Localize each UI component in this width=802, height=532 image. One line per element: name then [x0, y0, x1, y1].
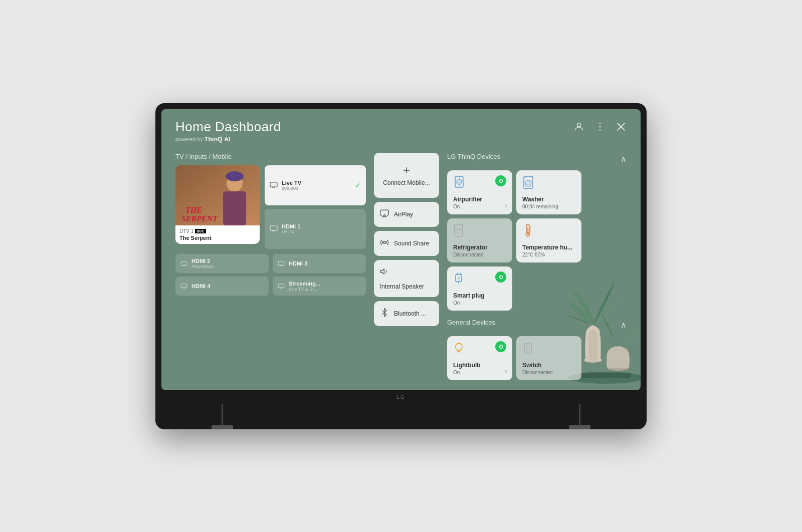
lightbulb-name: Lightbulb [453, 362, 506, 369]
streaming-icon [278, 282, 285, 290]
general-collapse-icon[interactable]: ∧ [621, 320, 627, 330]
thinq-collapse-icon[interactable]: ∧ [621, 154, 627, 164]
speaker-icon [380, 267, 389, 278]
hdmi3-icon [278, 259, 285, 268]
lightbulb-status: On [453, 370, 506, 375]
plug-status: On [453, 300, 506, 306]
streaming-text: Streaming... Live TV & St... [289, 281, 361, 292]
device-temp[interactable]: Temperature hu... 22°C 80% [516, 218, 581, 262]
svg-point-39 [527, 182, 530, 185]
airpurifier-power[interactable] [495, 175, 506, 186]
hdmi1-text: HDMI 1 U+ TV [282, 223, 361, 234]
airplay-card[interactable]: AirPlay [374, 202, 439, 227]
refrigerator-name: Refrigerator [453, 244, 506, 251]
lg-logo: LG [396, 394, 405, 400]
general-devices-grid: Lightbulb On › [447, 336, 627, 380]
switch-name: Switch [522, 362, 575, 369]
general-devices-section: General Devices ∧ [447, 319, 627, 380]
dashboard-title: Home Dashboard [175, 119, 281, 135]
active-checkmark: ✓ [355, 181, 361, 189]
plug-power[interactable] [495, 272, 506, 283]
input-streaming[interactable]: Streaming... Live TV & St... [273, 277, 366, 296]
temp-header [522, 223, 575, 240]
lightbulb-header [453, 341, 506, 358]
thinq-devices-section: LG ThinQ Devices ∧ [447, 153, 627, 311]
thinq-devices-grid: Airpurifier On › [447, 170, 627, 311]
svg-point-38 [525, 180, 531, 186]
device-airpurifier[interactable]: Airpurifier On › [447, 170, 512, 214]
hdmi4-label: HDMI 4 [191, 283, 264, 289]
hdmi1-label: HDMI 1 [282, 223, 361, 229]
airpurifier-arrow: › [505, 201, 507, 209]
device-lightbulb[interactable]: Lightbulb On › [447, 336, 512, 380]
live-tv-label: Live TV [282, 180, 351, 186]
svg-point-4 [577, 123, 580, 126]
input-hdmi1[interactable]: HDMI 1 U+ TV [265, 209, 366, 249]
powered-by-text: powered by ThinQ AI [175, 136, 281, 143]
lightbulb-icon [453, 341, 464, 358]
bluetooth-icon [380, 308, 389, 319]
plug-header [453, 272, 506, 288]
bbc-badge: BBC [195, 229, 206, 233]
svg-text:SERPENT: SERPENT [181, 214, 218, 223]
tv-frame: Home Dashboard powered by ThinQ AI [155, 103, 647, 429]
sound-share-card[interactable]: Sound Share [374, 231, 439, 256]
tv-preview-image: BBC [175, 165, 260, 225]
temp-status: 22°C 80% [522, 252, 575, 257]
general-section-title: General Devices [447, 319, 495, 326]
menu-icon[interactable] [594, 121, 606, 135]
title-block: Home Dashboard powered by ThinQ AI [175, 119, 281, 143]
input-hdmi3[interactable]: HDMI 3 [273, 254, 366, 273]
input-hdmi2[interactable]: HDMI 2 Playstation [175, 254, 269, 273]
svg-marker-31 [381, 269, 384, 274]
input-live-tv[interactable]: Live TV 000-000 ✓ [265, 165, 366, 205]
streaming-sub: Live TV & St... [289, 287, 361, 292]
lightbulb-power[interactable] [495, 341, 506, 352]
svg-point-34 [458, 181, 460, 183]
device-refrigerator[interactable]: Refrigerator Disconnected [447, 218, 512, 262]
switch-header [522, 341, 575, 358]
washer-name: Washer [522, 196, 575, 203]
washer-icon [522, 175, 534, 192]
washer-header [522, 175, 575, 192]
hdmi1-icon [270, 225, 278, 233]
svg-marker-29 [382, 214, 386, 217]
airplay-label: AirPlay [394, 211, 413, 218]
thinq-section-title: LG ThinQ Devices [447, 153, 500, 160]
lightbulb-arrow: › [505, 367, 507, 375]
svg-point-56 [458, 277, 460, 279]
user-icon[interactable] [573, 121, 584, 135]
tv-section-title: TV / Inputs / Mobile [175, 153, 366, 160]
sound-share-icon [380, 238, 389, 249]
hdmi3-label: HDMI 3 [289, 260, 361, 267]
connect-mobile-card[interactable]: + Connect Mobile... [374, 153, 439, 198]
tv-show-name: The Serpent [179, 235, 256, 241]
svg-rect-27 [278, 284, 284, 288]
svg-rect-58 [458, 351, 460, 352]
svg-point-40 [525, 177, 526, 178]
input-hdmi4[interactable]: HDMI 4 [175, 277, 269, 296]
tv-preview-card[interactable]: BBC [175, 165, 260, 244]
plug-name: Smart plug [453, 292, 506, 299]
airpurifier-header [453, 175, 506, 192]
svg-rect-12 [223, 191, 246, 225]
device-smart-plug[interactable]: Smart plug On [447, 267, 512, 311]
fridge-icon [453, 223, 464, 240]
live-tv-sub: 000-000 [282, 186, 351, 191]
tv-stand [161, 404, 641, 429]
middle-panel: + Connect Mobile... AirPlay [374, 153, 439, 380]
device-washer[interactable]: Washer 00:34 remaining [516, 170, 581, 214]
svg-rect-19 [270, 226, 277, 230]
airpurifier-icon [453, 175, 465, 192]
brand-name: ThinQ AI [205, 136, 231, 143]
general-section-header: General Devices ∧ [447, 319, 627, 331]
washer-status: 00:34 remaining [522, 204, 575, 209]
internal-speaker-card[interactable]: Internal Speaker [374, 260, 439, 297]
refrigerator-header [453, 223, 506, 240]
close-icon[interactable] [616, 121, 627, 135]
tv-preview-info: DTV 1 BBC The Serpent [175, 225, 260, 244]
svg-rect-60 [526, 345, 529, 349]
bluetooth-card[interactable]: Bluetooth ... [374, 301, 439, 326]
device-switch[interactable]: Switch Disconnected [516, 336, 581, 380]
svg-rect-21 [181, 261, 187, 265]
